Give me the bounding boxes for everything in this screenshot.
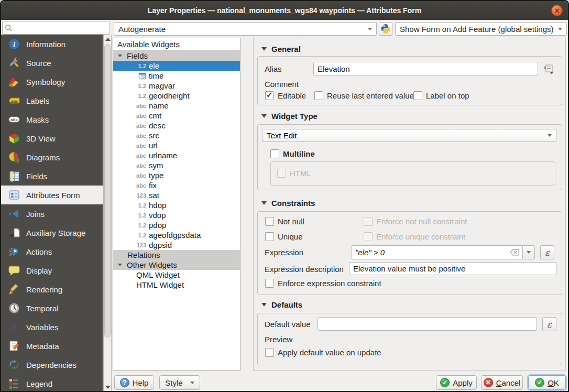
tree-item-pdop[interactable]: 1.2pdop [113, 220, 240, 230]
tree-item-type[interactable]: abctype [113, 170, 240, 180]
sidebar-item-dependencies[interactable]: Dependencies [1, 355, 103, 374]
sidebar-item-actions[interactable]: Actions [1, 242, 103, 261]
label-on-top-checkbox[interactable]: Label on top [413, 91, 469, 100]
cancel-button[interactable]: ✕ Cancel [481, 375, 523, 390]
section-widget-type[interactable]: Widget Type [261, 112, 318, 121]
sidebar-item-variables[interactable]: ε Variables [1, 318, 103, 336]
enforce-expression-checkbox[interactable]: Enforce expression constraint [265, 279, 381, 288]
scrollbar-thumb[interactable] [104, 44, 111, 337]
tree-item-cmt[interactable]: abccmt [113, 111, 240, 121]
expression-field[interactable]: "ele" > 0 [352, 245, 535, 259]
sidebar-item-fields[interactable]: Fields [1, 167, 103, 186]
section-defaults[interactable]: Defaults [261, 300, 302, 309]
tree-item-vdop[interactable]: 1.2vdop [113, 210, 240, 220]
section-collapse-icon[interactable] [261, 303, 267, 307]
sidebar-scrollbar[interactable] [103, 35, 112, 392]
editable-checkbox[interactable]: Editable [265, 91, 306, 100]
sidebar-item-masks[interactable]: abc Masks [1, 110, 103, 129]
attributes-form-icon [8, 189, 20, 201]
expression-history-dropdown[interactable] [522, 245, 535, 259]
tree-item-dgpsid[interactable]: 123dgpsid [113, 240, 240, 250]
tree-item-magvar[interactable]: 1.2magvar [113, 81, 240, 91]
sidebar-item-3d-view[interactable]: 3D View [1, 129, 103, 148]
multiline-checkbox[interactable]: Multiline [270, 149, 315, 158]
sidebar-item-symbology[interactable]: Symbology [1, 72, 103, 91]
sidebar-item-temporal[interactable]: Temporal [1, 299, 103, 318]
expression-builder-button[interactable]: ε [540, 245, 554, 259]
expression-label: Expression [265, 248, 303, 257]
unique-checkbox[interactable]: Unique [265, 232, 303, 241]
close-icon[interactable]: ✕ [551, 5, 563, 16]
default-value-input[interactable] [318, 317, 537, 331]
collapse-arrow-icon[interactable] [118, 264, 122, 266]
tree-item-qml-widget[interactable]: QML Widget [113, 270, 240, 280]
section-general[interactable]: General [261, 45, 301, 53]
checkbox-icon[interactable] [270, 149, 279, 158]
checkbox-icon[interactable] [265, 91, 274, 100]
enforce-not-null-checkbox[interactable]: Enforce not null constraint [364, 217, 467, 226]
sidebar-item-information[interactable]: i Information [1, 35, 103, 53]
apply-button[interactable]: ✓ Apply [436, 375, 477, 390]
tree-item-urlname[interactable]: abcurlname [113, 150, 240, 160]
checkbox-icon[interactable] [413, 91, 422, 100]
tree-item-hdop[interactable]: 1.2hdop [113, 200, 240, 210]
tree-item-geoidheight[interactable]: 1.2geoidheight [113, 91, 240, 101]
tree-item-desc[interactable]: abcdesc [113, 121, 240, 130]
checkbox-icon[interactable] [314, 91, 323, 100]
section-constraints[interactable]: Constraints [261, 199, 315, 208]
tree-group-fields[interactable]: Fields [113, 51, 240, 61]
reuse-last-value-checkbox[interactable]: Reuse last entered value [314, 91, 414, 100]
checkbox-icon[interactable] [265, 279, 274, 288]
sidebar-item-auxiliary-storage[interactable]: Auxiliary Storage [1, 223, 103, 242]
tree-item-sym[interactable]: abcsym [113, 160, 240, 170]
tree-item-src[interactable]: abcsrc [113, 130, 240, 140]
tree-item-name[interactable]: abcname [113, 101, 240, 111]
checkbox-icon[interactable] [265, 232, 274, 241]
search-input[interactable] [13, 24, 107, 32]
sidebar-item-legend[interactable]: Legend [1, 374, 103, 392]
ok-button[interactable]: ✓ OK [528, 375, 566, 390]
scroll-up-icon[interactable] [105, 38, 111, 41]
sidebar-item-rendering[interactable]: Rendering [1, 280, 103, 299]
data-defined-override-button[interactable] [541, 62, 555, 75]
tree-item-fix[interactable]: abcfix [113, 180, 240, 190]
chevron-down-icon [190, 382, 194, 384]
clear-text-icon[interactable] [510, 249, 519, 256]
form-layout-select[interactable]: Autogenerate [114, 22, 377, 36]
sidebar-item-diagrams[interactable]: Diagrams [1, 148, 103, 167]
sidebar-item-labels[interactable]: abc Labels [1, 91, 103, 110]
tree-group-relations[interactable]: Relations [113, 250, 240, 260]
apply-default-on-update-checkbox[interactable]: Apply default value on update [265, 348, 381, 357]
alias-input[interactable]: Elevation [313, 62, 538, 75]
sidebar-item-source[interactable]: Source [1, 53, 103, 72]
collapse-arrow-icon[interactable] [118, 55, 122, 57]
enforce-unique-checkbox[interactable]: Enforce unique constraint [364, 232, 465, 241]
tree-item-time[interactable]: time [113, 71, 240, 81]
section-collapse-icon[interactable] [261, 114, 267, 118]
sidebar-item-attributes-form[interactable]: Attributes Form [1, 186, 103, 204]
help-button[interactable]: ? Help [114, 375, 154, 390]
tree-item-ageofdgpsdata[interactable]: 1.2ageofdgpsdata [113, 230, 240, 240]
scroll-down-icon[interactable] [105, 386, 111, 389]
sidebar-item-joins[interactable]: Joins [1, 204, 103, 223]
apply-check-icon: ✓ [440, 378, 450, 387]
sidebar-item-metadata[interactable]: Metadata [1, 336, 103, 355]
checkbox-icon[interactable] [265, 348, 274, 357]
html-checkbox[interactable]: HTML [277, 169, 311, 178]
tree-item-ele[interactable]: 1.2ele [113, 61, 240, 71]
sidebar-item-display[interactable]: Display [1, 261, 103, 280]
tree-item-url[interactable]: abcurl [113, 140, 240, 150]
checkbox-icon[interactable] [265, 217, 274, 226]
widget-type-select[interactable]: Text Edit [262, 129, 556, 142]
tree-item-html-widget[interactable]: HTML Widget [113, 280, 240, 290]
tree-group-other-widgets[interactable]: Other Widgets [113, 260, 240, 270]
not-null-checkbox[interactable]: Not null [265, 217, 304, 226]
show-form-select[interactable]: Show Form on Add Feature (global setting… [395, 22, 567, 36]
section-collapse-icon[interactable] [261, 47, 267, 51]
tree-item-sat[interactable]: 123sat [113, 190, 240, 200]
python-init-button[interactable] [379, 22, 392, 36]
expression-description-input[interactable]: Elevation value must be positive [349, 262, 556, 275]
section-collapse-icon[interactable] [261, 201, 267, 205]
style-menu-button[interactable]: Style [159, 375, 200, 390]
default-expression-button[interactable]: ε [542, 317, 556, 331]
